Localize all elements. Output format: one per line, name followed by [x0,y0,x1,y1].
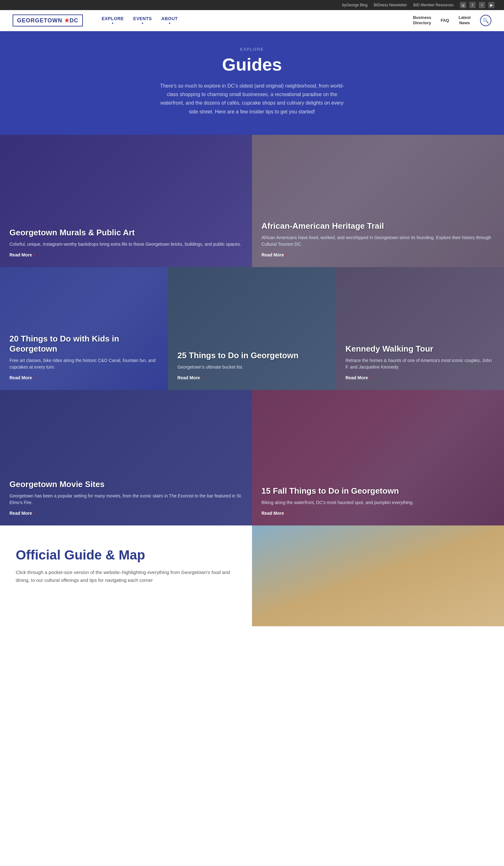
arrow-icon: › [369,375,371,380]
card-content-25things: 25 Things to Do in Georgetown Georgetown… [177,350,326,380]
movie-read-more[interactable]: Read More › [10,511,35,516]
social-links: ig f t ▶ [460,2,494,8]
bygeorge-link[interactable]: byGeorge Blog [343,3,368,7]
faq-link[interactable]: FAQ [441,18,449,23]
events-chevron: ▾ [142,22,144,25]
arrow-icon: › [286,252,287,257]
bidness-link[interactable]: BIDness Newsletter [374,3,407,7]
fall-read-more[interactable]: Read More › [261,511,287,516]
25things-desc: Georgetown's ultimate bucket list. [177,364,326,370]
guide-card-25things[interactable]: 25 Things to Do in Georgetown Georgetown… [168,267,336,390]
murals-read-more[interactable]: Read More › [10,252,35,257]
latest-news-link[interactable]: LatestNews [459,15,471,26]
arrow-icon: › [34,511,35,515]
logo-star: ★ [64,17,70,24]
main-nav: EXPLORE ▾ EVENTS ▾ ABOUT ▾ [102,16,178,25]
kids-desc: Free art classes, bike rides along the h… [10,357,158,370]
bottom-left: Official Guide & Map Click through a poc… [0,525,252,626]
nav-about[interactable]: ABOUT ▾ [161,16,178,25]
kennedy-title: Kennedy Walking Tour [346,344,494,354]
guide-card-heritage[interactable]: African-American Heritage Trail African … [252,135,504,267]
guide-card-fall[interactable]: 15 Fall Things to Do in Georgetown Bikin… [252,390,504,525]
fall-desc: Biking along the waterfront, DC's most h… [261,499,494,506]
hero-section: EXPLORE Guides There's so much to explor… [0,31,504,135]
bottom-section: Official Guide & Map Click through a poc… [0,525,504,626]
header: GEORGETOWN ★DC EXPLORE ▾ EVENTS ▾ ABOUT … [0,10,504,31]
card-content-kennedy: Kennedy Walking Tour Retrace the homes &… [346,344,494,380]
twitter-icon[interactable]: t [479,2,485,8]
bid-resources-link[interactable]: BID Member Resources [413,3,453,7]
guide-row-3: Georgetown Movie Sites Georgetown has be… [0,390,504,525]
bottom-title: Official Guide & Map [16,547,236,563]
movie-title: Georgetown Movie Sites [10,479,243,490]
facebook-icon[interactable]: f [469,2,475,8]
arrow-icon: › [34,252,35,257]
logo[interactable]: GEORGETOWN ★DC [13,14,83,26]
arrow-icon: › [286,511,287,515]
nav-explore[interactable]: EXPLORE ▾ [102,16,124,25]
card-content-fall: 15 Fall Things to Do in Georgetown Bikin… [261,486,494,516]
murals-desc: Colorful, unique, Instagram-worthy backd… [10,241,243,248]
search-button[interactable]: 🔍 [480,15,491,26]
hero-label: EXPLORE [63,47,441,52]
guide-row-2: 20 Things to Do with Kids in Georgetown … [0,267,504,390]
about-chevron: ▾ [169,22,171,25]
top-bar: byGeorge Blog BIDness Newsletter BID Mem… [0,0,504,10]
25things-read-more[interactable]: Read More › [177,375,203,380]
hero-description: There's so much to explore in DC's oldes… [157,81,347,116]
hero-title: Guides [63,54,441,75]
search-icon: 🔍 [483,18,489,24]
youtube-icon[interactable]: ▶ [488,2,494,8]
card-content-murals: Georgetown Murals & Public Art Colorful,… [10,227,243,258]
bottom-description: Click through a pocket-size version of t… [16,568,236,584]
kids-read-more[interactable]: Read More › [10,375,35,380]
bottom-right-image [252,525,504,626]
heritage-desc: African Americans have lived, worked, an… [261,234,494,248]
arrow-icon: › [202,375,203,380]
guide-card-murals[interactable]: Georgetown Murals & Public Art Colorful,… [0,135,252,267]
fall-title: 15 Fall Things to Do in Georgetown [261,486,494,496]
guide-grid: Georgetown Murals & Public Art Colorful,… [0,135,504,525]
nav-events[interactable]: EVENTS ▾ [133,16,152,25]
card-content-kids: 20 Things to Do with Kids in Georgetown … [10,334,158,380]
header-right: BusinessDirectory FAQ LatestNews 🔍 [413,15,491,26]
explore-chevron: ▾ [112,22,114,25]
guide-card-movie[interactable]: Georgetown Movie Sites Georgetown has be… [0,390,252,525]
kids-title: 20 Things to Do with Kids in Georgetown [10,334,158,354]
instagram-icon[interactable]: ig [460,2,466,8]
kennedy-desc: Retrace the homes & haunts of one of Ame… [346,357,494,370]
guide-card-kids[interactable]: 20 Things to Do with Kids in Georgetown … [0,267,168,390]
movie-desc: Georgetown has been a popular setting fo… [10,493,243,506]
guide-row-1: Georgetown Murals & Public Art Colorful,… [0,135,504,267]
kennedy-read-more[interactable]: Read More › [346,375,371,380]
business-directory-link[interactable]: BusinessDirectory [413,15,431,26]
heritage-read-more[interactable]: Read More › [261,252,287,257]
card-content-movie: Georgetown Movie Sites Georgetown has be… [10,479,243,516]
heritage-title: African-American Heritage Trail [261,221,494,231]
arrow-icon: › [34,375,35,380]
card-content-heritage: African-American Heritage Trail African … [261,221,494,258]
murals-title: Georgetown Murals & Public Art [10,227,243,238]
25things-title: 25 Things to Do in Georgetown [177,350,326,361]
guide-card-kennedy[interactable]: Kennedy Walking Tour Retrace the homes &… [336,267,504,390]
